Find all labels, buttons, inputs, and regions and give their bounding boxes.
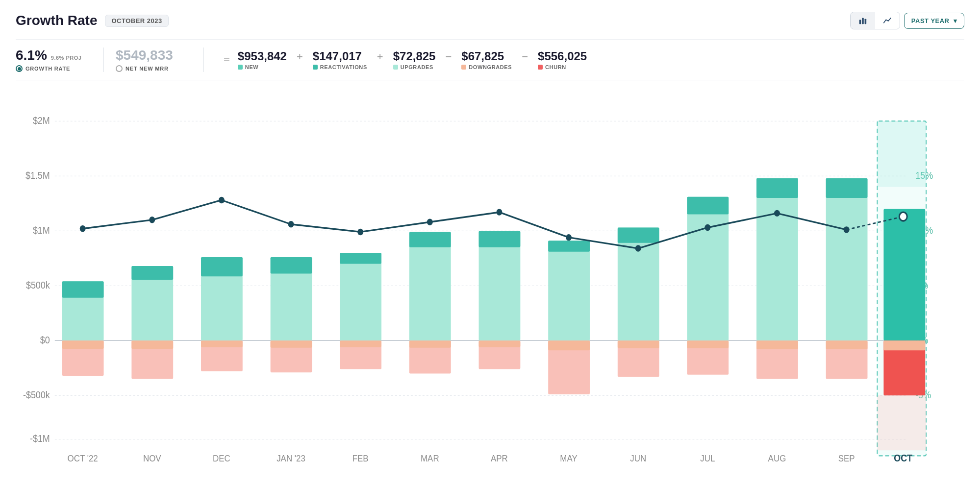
svg-point-79 — [219, 197, 225, 203]
svg-point-85 — [635, 245, 641, 251]
formula-new: $953,842 NEW — [238, 49, 287, 70]
svg-rect-38 — [340, 253, 381, 340]
svg-text:APR: APR — [491, 453, 508, 463]
svg-text:$0: $0 — [40, 335, 50, 345]
svg-text:JUL: JUL — [700, 453, 715, 463]
svg-rect-43 — [409, 232, 451, 247]
svg-rect-62 — [756, 178, 798, 341]
growth-rate-proj: 9.6% PROJ — [51, 55, 82, 61]
svg-rect-35 — [271, 257, 312, 274]
svg-rect-65 — [756, 340, 798, 349]
page-title: Growth Rate — [16, 13, 97, 28]
formula-downgrades: $67,825 DOWNGRADES — [461, 49, 512, 70]
reactivations-value: $147,017 — [313, 49, 362, 63]
svg-text:JUN: JUN — [630, 453, 646, 463]
formula-reactivations: $147,017 REACTIVATIONS — [313, 49, 367, 70]
upgrades-dot — [393, 65, 398, 70]
downgrades-dot — [461, 65, 466, 70]
svg-text:$1.5M: $1.5M — [25, 170, 50, 181]
svg-rect-46 — [479, 231, 521, 340]
net-new-mrr-radio[interactable] — [116, 65, 123, 72]
svg-rect-31 — [201, 257, 243, 276]
svg-point-86 — [704, 224, 710, 231]
svg-point-78 — [149, 217, 155, 223]
view-toggle — [850, 12, 900, 29]
svg-rect-50 — [548, 241, 590, 340]
net-new-mrr-card: $549,833 NET NEW MRR — [116, 48, 204, 72]
svg-text:SEP: SEP — [838, 453, 855, 463]
svg-point-80 — [288, 221, 294, 227]
minus2: − — [522, 50, 528, 69]
net-new-mrr-value: $549,833 — [116, 48, 192, 63]
svg-rect-41 — [340, 340, 381, 347]
svg-rect-67 — [826, 178, 868, 198]
svg-rect-58 — [687, 197, 729, 340]
svg-point-88 — [844, 226, 850, 233]
svg-rect-37 — [271, 340, 312, 348]
svg-text:-$500k: -$500k — [23, 389, 50, 400]
churn-dot — [538, 65, 543, 70]
reactivations-label-row: REACTIVATIONS — [313, 64, 367, 70]
plus2: + — [377, 50, 383, 69]
minus1: − — [445, 50, 452, 69]
svg-rect-55 — [618, 227, 659, 242]
svg-rect-73 — [883, 340, 925, 350]
svg-rect-25 — [62, 340, 104, 349]
line-chart-button[interactable] — [875, 12, 900, 29]
svg-rect-45 — [409, 340, 451, 348]
svg-rect-47 — [479, 231, 521, 247]
line-chart-icon — [883, 16, 892, 25]
upgrades-label: UPGRADES — [401, 64, 433, 70]
svg-text:OCT: OCT — [894, 453, 912, 463]
formula-upgrades: $72,825 UPGRADES — [393, 49, 436, 70]
svg-rect-51 — [548, 241, 590, 251]
churn-value: $556,025 — [538, 49, 587, 63]
growth-rate-card: 6.1% 9.6% PROJ GROWTH RATE — [16, 48, 104, 72]
header-left: Growth Rate OCTOBER 2023 — [16, 13, 169, 28]
svg-point-82 — [427, 219, 433, 225]
growth-rate-label: GROWTH RATE — [25, 66, 70, 72]
svg-point-84 — [566, 234, 572, 241]
period-label: PAST YEAR — [911, 17, 950, 24]
bar-chart-button[interactable] — [851, 12, 875, 29]
svg-point-77 — [80, 225, 86, 232]
formula-items: $953,842 NEW + $147,017 REACTIVATIONS + … — [238, 49, 964, 70]
metrics-row: 6.1% 9.6% PROJ GROWTH RATE $549,833 NET … — [16, 39, 964, 80]
new-label-row: NEW — [238, 64, 258, 70]
period-select[interactable]: PAST YEAR ▾ — [904, 13, 964, 29]
reactivations-label: REACTIVATIONS — [320, 64, 367, 70]
header-right: PAST YEAR ▾ — [850, 12, 964, 29]
svg-rect-74 — [877, 121, 926, 187]
svg-rect-75 — [877, 395, 926, 450]
svg-rect-2 — [864, 19, 866, 24]
svg-text:-$1M: -$1M — [30, 433, 50, 444]
churn-label: CHURN — [545, 64, 566, 70]
svg-rect-0 — [859, 20, 861, 24]
upgrades-label-row: UPGRADES — [393, 64, 433, 70]
svg-text:$2M: $2M — [33, 115, 50, 126]
churn-label-row: CHURN — [538, 64, 566, 70]
svg-rect-61 — [687, 340, 729, 348]
svg-rect-69 — [826, 340, 868, 349]
svg-point-83 — [496, 209, 502, 215]
svg-rect-57 — [618, 340, 659, 348]
growth-rate-value: 6.1% — [16, 48, 47, 63]
new-value: $953,842 — [238, 49, 287, 63]
svg-text:FEB: FEB — [352, 453, 369, 463]
svg-point-87 — [774, 210, 780, 217]
svg-rect-1 — [862, 18, 864, 24]
bar-chart-icon — [858, 16, 867, 25]
header: Growth Rate OCTOBER 2023 — [16, 12, 964, 29]
new-dot — [238, 65, 243, 70]
page-container: Growth Rate OCTOBER 2023 — [0, 0, 980, 484]
svg-text:NOV: NOV — [143, 453, 161, 463]
reactivations-dot — [313, 65, 318, 70]
downgrades-label: DOWNGRADES — [469, 64, 512, 70]
downgrades-value: $67,825 — [461, 49, 504, 63]
svg-rect-29 — [131, 340, 173, 349]
equals-sign: = — [224, 53, 230, 66]
main-chart: $2M $1.5M $1M $500k $0 -$500k -$1M 15% 1… — [16, 88, 964, 472]
svg-point-89 — [899, 212, 907, 221]
chevron-down-icon: ▾ — [954, 17, 957, 24]
growth-rate-radio[interactable] — [16, 65, 23, 72]
